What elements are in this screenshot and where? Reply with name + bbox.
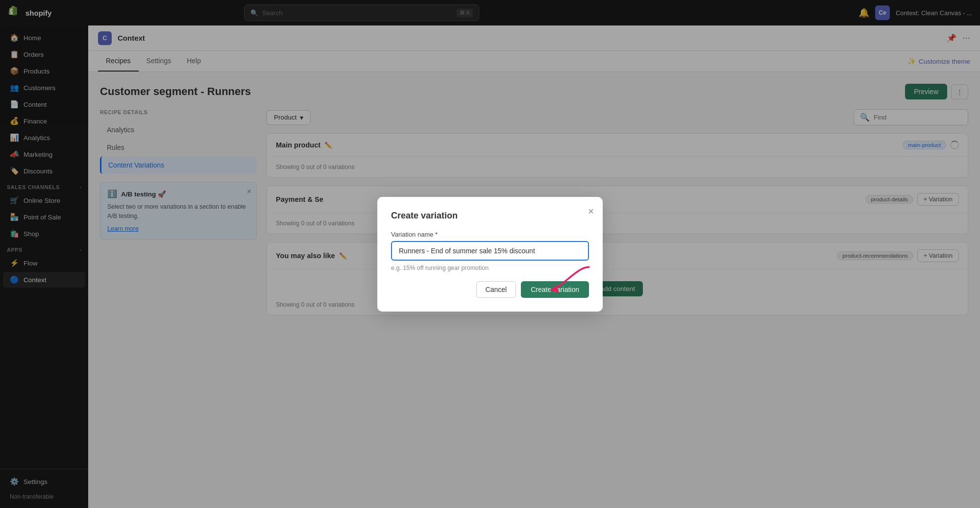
modal-title: Create variation (391, 211, 589, 221)
modal-label: Variation name * (391, 231, 589, 238)
arrow-container (391, 241, 589, 265)
modal-close-button[interactable]: × (588, 206, 594, 217)
modal-actions: Cancel Create variation (391, 281, 589, 298)
create-variation-button[interactable]: Create variation (521, 281, 589, 298)
create-variation-modal: × Create variation Variation name * e.g.… (377, 197, 603, 312)
variation-name-input[interactable] (391, 241, 589, 261)
modal-hint: e.g. 15% off running gear promotion (391, 265, 589, 271)
modal-overlay[interactable]: × Create variation Variation name * e.g.… (0, 0, 980, 508)
cancel-button[interactable]: Cancel (476, 281, 516, 298)
